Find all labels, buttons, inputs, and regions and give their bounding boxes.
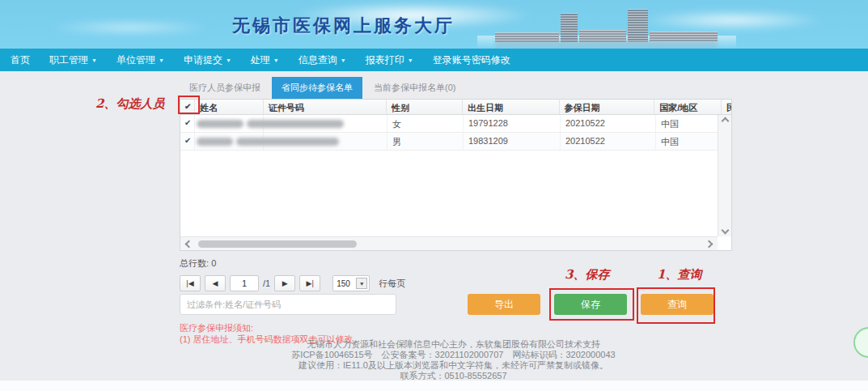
scroll-right-icon[interactable]	[705, 240, 713, 248]
row-checkbox[interactable]: ✔	[180, 115, 195, 132]
chevron-down-icon: ▼	[341, 57, 346, 63]
footer-line: 苏ICP备10046515号 公安备案号：32021102000707 网站标识…	[39, 350, 868, 360]
nav-item-report-print[interactable]: 报表打印▼	[366, 53, 413, 67]
total-rows: 总行数: 0	[180, 257, 732, 270]
filter-input[interactable]	[180, 294, 396, 315]
cell-enroll-date: 20210522	[561, 115, 656, 132]
vertical-scrollbar[interactable]	[718, 115, 731, 236]
chevron-down-icon: ▼	[91, 57, 97, 63]
column-header-country[interactable]: 国家/地区	[654, 100, 722, 114]
cell-gender: 男	[387, 133, 464, 150]
chevron-down-icon: ▼	[356, 278, 367, 289]
nav-item-info-query[interactable]: 信息查询▼	[299, 53, 346, 67]
last-page-button[interactable]: ▶|	[299, 275, 320, 291]
page-number-input[interactable]	[230, 275, 259, 291]
tab-current-declare-list[interactable]: 当前参保申报名单(0)	[364, 77, 465, 99]
main-content: 医疗人员参保申报 省同步待参保名单 当前参保申报名单(0) ✔ 姓名 证件号码 …	[0, 71, 868, 391]
page-size-select[interactable]: 150 ▼	[332, 275, 370, 291]
page-total-label: /1	[263, 278, 270, 288]
bottom-strip	[0, 380, 868, 391]
table-header-row: ✔ 姓名 证件号码 性别 出生日期 参保日期 国家/地区 民族	[180, 100, 731, 115]
tab-province-sync-pending[interactable]: 省同步待参保名单	[272, 77, 362, 99]
redacted-name	[197, 120, 243, 128]
highlight-box-save	[549, 288, 634, 321]
footer-line: 无锡市人力资源和社会保障信息中心主办，东软集团股份有限公司技术支持	[39, 339, 868, 350]
scroll-up-icon[interactable]	[721, 117, 729, 125]
per-page-label: 行每页	[379, 278, 405, 290]
cell-birth-date: 19831209	[464, 133, 561, 150]
cell-gender: 女	[387, 115, 464, 132]
data-table: ✔ 姓名 证件号码 性别 出生日期 参保日期 国家/地区 民族 ✔ 女 1979…	[180, 99, 732, 251]
nav-item-unit-mgmt[interactable]: 单位管理▼	[116, 53, 164, 67]
table-row[interactable]: ✔ 女 19791228 20210522 中国	[180, 115, 731, 133]
chevron-down-icon: ▼	[408, 57, 413, 63]
cell-country: 中国	[656, 133, 723, 150]
annotation-step2: 2、勾选人员	[95, 96, 164, 112]
column-header-enroll-date[interactable]: 参保日期	[560, 100, 655, 114]
next-page-button[interactable]: ▶	[274, 275, 295, 291]
column-header-partial: 民族	[722, 100, 731, 114]
first-page-button[interactable]: |◀	[180, 275, 201, 291]
tab-bar: 医疗人员参保申报 省同步待参保名单 当前参保申报名单(0)	[180, 77, 732, 99]
site-footer: 无锡市人力资源和社会保障信息中心主办，东软集团股份有限公司技术支持 苏ICP备1…	[0, 339, 868, 381]
row-checkbox[interactable]: ✔	[180, 133, 195, 150]
chevron-down-icon: ▼	[226, 57, 231, 63]
total-rows-value: 0	[211, 258, 216, 268]
chevron-down-icon: ▼	[159, 57, 164, 63]
nav-item-home[interactable]: 首页	[11, 53, 30, 67]
redacted-id-number	[236, 138, 339, 146]
column-header-gender[interactable]: 性别	[387, 100, 463, 114]
column-header-birth-date[interactable]: 出生日期	[463, 100, 560, 114]
redacted-id-number	[247, 120, 344, 128]
nav-item-employee-mgmt[interactable]: 职工管理▼	[49, 53, 97, 67]
horizontal-scrollbar[interactable]	[180, 236, 718, 250]
export-button[interactable]: 导出	[468, 294, 540, 315]
scroll-left-icon[interactable]	[185, 240, 193, 248]
site-header: 无锡市医保网上服务大厅	[0, 0, 868, 49]
column-header-id-number[interactable]: 证件号码	[264, 100, 387, 114]
enroll-panel: 医疗人员参保申报 省同步待参保名单 当前参保申报名单(0) ✔ 姓名 证件号码 …	[180, 77, 732, 251]
page: 无锡市医保网上服务大厅 首页 职工管理▼ 单位管理▼ 申请提交▼ 处理▼ 信息查…	[0, 0, 868, 391]
scrollbar-thumb[interactable]	[198, 240, 357, 248]
cell-country: 中国	[656, 115, 723, 132]
annotation-step1: 1、查询	[657, 267, 701, 283]
notice-title: 医疗参保申报须知:	[180, 322, 362, 334]
city-buildings-graphic	[495, 6, 718, 42]
highlight-box-checkbox	[178, 96, 200, 114]
cloud-decoration	[49, 19, 210, 36]
nav-item-process[interactable]: 处理▼	[251, 53, 279, 67]
prev-page-button[interactable]: ◀	[205, 275, 226, 291]
main-nav: 首页 职工管理▼ 单位管理▼ 申请提交▼ 处理▼ 信息查询▼ 报表打印▼ 登录账…	[0, 49, 868, 71]
city-reflection	[495, 41, 718, 49]
redacted-name	[197, 138, 233, 146]
annotation-step3: 3、保存	[565, 267, 609, 283]
highlight-box-query	[637, 287, 715, 324]
site-title: 无锡市医保网上服务大厅	[232, 14, 455, 38]
pagination: 总行数: 0 |◀ ◀ /1 ▶ ▶| 150 ▼ 行每页	[180, 257, 732, 291]
table-row[interactable]: ✔ 男 19831209 20210522 中国	[180, 133, 731, 151]
scroll-down-icon[interactable]	[721, 227, 729, 235]
footer-line: 建议使用：IE11.0及以上版本浏览器和中文字符集，未经许可严禁复制或镜像。	[39, 360, 868, 371]
column-header-name[interactable]: 姓名	[195, 100, 264, 114]
chevron-down-icon: ▼	[273, 57, 279, 63]
nav-item-apply-submit[interactable]: 申请提交▼	[184, 53, 231, 67]
nav-item-account-password[interactable]: 登录账号密码修改	[433, 53, 510, 67]
cell-birth-date: 19791228	[464, 115, 561, 132]
cell-enroll-date: 20210522	[561, 133, 656, 150]
